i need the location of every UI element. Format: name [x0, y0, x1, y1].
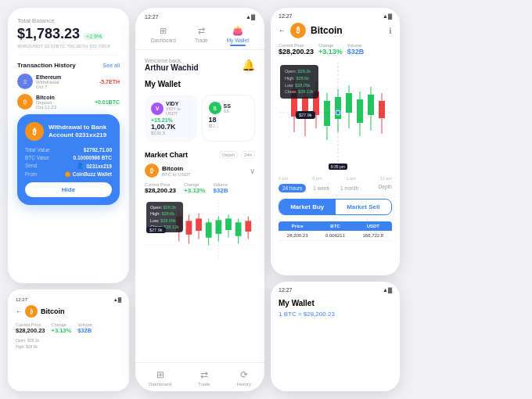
ss-widget[interactable]: S SS SS 18 $U... [202, 95, 256, 142]
wd-btc-label: BTC Value [25, 155, 49, 160]
svg-rect-39 [368, 95, 374, 115]
total-balance-value: $1,783.23 [17, 26, 80, 42]
wd-send-label: Send [25, 163, 37, 169]
p3-back-arrow[interactable]: ← [279, 27, 286, 34]
bnav-dashboard[interactable]: ⊞ Dashboard [149, 369, 171, 386]
p2-wallet-title: My Wallet [145, 80, 255, 88]
depth-btn[interactable]: Depth [219, 151, 238, 159]
p3-ohlc-high: High: $28.6k [285, 75, 314, 82]
p4-rate: 1 BTC = $28,200.23 [279, 311, 392, 318]
tab-24h[interactable]: 24 hours [279, 184, 306, 192]
wd-send-address: 0231xx219 [86, 164, 112, 169]
wd-btc-value: 0.10000986 BTC [73, 155, 112, 160]
vidy-change: +15.21% [151, 117, 191, 123]
th-btc: BTC [316, 221, 354, 231]
ss-sub: SS [224, 109, 231, 113]
bnav-trade[interactable]: ⇄ Trade [198, 369, 210, 386]
wd-from-label: From [25, 171, 37, 177]
chart-btc-icon: ₿ [145, 164, 159, 178]
vidy-name: VIDY [166, 101, 191, 106]
wd-total-value: $2792,71.00 [84, 147, 112, 153]
svg-rect-35 [346, 93, 352, 113]
tab-1m[interactable]: 1 month [336, 184, 363, 192]
tx-date-eth: Oct 7 [36, 84, 96, 89]
svg-rect-41 [379, 101, 385, 118]
svg-rect-8 [196, 218, 202, 231]
p3-ohlc-close: Close: $28.12k [285, 88, 314, 95]
wd-title: Withdrawal to Bank Account 0231xx219 [49, 124, 112, 140]
tab-1w[interactable]: 1 week [309, 184, 333, 192]
sub-balances: 99952USDT 32.01BTC 700.2ETH 100.700.8 [17, 44, 120, 49]
td-btc: 0.006211 [316, 231, 354, 240]
p3-ch-val: +3.13% [318, 48, 343, 56]
th-usdt: USDT [354, 221, 392, 231]
market-chart-title: Market Chart [145, 151, 188, 159]
hide-button[interactable]: Hide [25, 182, 112, 197]
p2-signal: ▲▓ [246, 14, 255, 20]
th-price: Price [279, 221, 316, 231]
p3-cp-val: $28,200.23 [279, 48, 314, 56]
chevron-down-icon[interactable]: ∨ [250, 167, 255, 175]
balance-change-badge: +2.9% [83, 33, 105, 40]
notification-icon[interactable]: 🔔 [242, 59, 255, 71]
crosshair-time-label: 9:35 pm [329, 164, 347, 170]
withdrawal-card: ₿ Withdrawal to Bank Account 0231xx219 T… [17, 114, 120, 205]
p3-ohlc-low: Low: $28.05k [285, 82, 314, 89]
mini-back-arrow[interactable]: ← [16, 308, 22, 315]
svg-rect-16 [235, 222, 242, 236]
dashboard-icon: ⊞ [160, 26, 167, 36]
market-buy-button[interactable]: Market Buy [279, 200, 336, 214]
price-tag: $27.9k [146, 227, 166, 233]
trade-icon: ⇄ [198, 26, 205, 36]
tx-amount-eth: -5.7ETH [99, 79, 120, 84]
bitcoin-detail-phone: 12:27 ▲▓ ← ₿ Bitcoin ℹ Current Price $28… [271, 8, 400, 275]
ss-name: SS [224, 103, 231, 109]
p2-time: 12:27 [145, 14, 159, 20]
p3-price-tag: $27.9k [296, 111, 315, 119]
p3-vol-val: $32B [347, 48, 365, 56]
nav-dashboard[interactable]: ⊞ Dashboard [151, 26, 176, 46]
active-indicator [230, 45, 246, 46]
chart-coin-name: Bitcoin [162, 165, 191, 172]
wd-btc-icon: ₿ [25, 122, 44, 141]
p2-vol-val: $32B [213, 187, 228, 194]
tx-amount-btc: +0.01BTC [95, 99, 120, 105]
tx-date-btc: Oct 11:23 [36, 105, 92, 110]
timeframe-btn[interactable]: 24h [241, 151, 255, 159]
time-label-1: 6 pm [279, 176, 288, 181]
nav-my-wallet[interactable]: 👛 My Wallet [227, 26, 249, 46]
time-label-4: 12 am [380, 176, 392, 181]
p4-wallet-title: My Wallet [279, 299, 392, 307]
bnav-history[interactable]: ⟳ History [236, 369, 251, 386]
btc-icon-tx: ₿ [17, 94, 33, 110]
see-all-link[interactable]: See all [103, 63, 120, 68]
large-chart: Open: $28.2k High: $28.6k Low: $28.05k C… [279, 62, 392, 171]
my-wallet-mini-card: 12:27 ▲▓ My Wallet 1 BTC = $28,200.23 [271, 282, 400, 391]
mini-btc-icon: ₿ [25, 305, 38, 318]
svg-rect-14 [225, 218, 232, 230]
market-sell-button[interactable]: Market Sell [336, 200, 392, 214]
p3-depth-btn[interactable]: Depth [379, 184, 392, 192]
td-price: 28,200.23 [279, 231, 316, 240]
ohlc-low: Low: $28.05k [150, 217, 179, 224]
vidy-usd: $131.5 [151, 131, 191, 135]
chart-coin-pair: BTC to USDT [162, 172, 191, 177]
main-wallet-phone: 12:27 ▲▓ ⊞ Dashboard ⇄ Trade 👛 My Wallet [135, 8, 264, 391]
info-icon[interactable]: ℹ [389, 27, 392, 35]
p4-time: 12:27 [279, 287, 293, 293]
table-row: 28,200.23 0.006211 166,722.8 [279, 231, 392, 241]
p3-btc-icon: ₿ [290, 23, 306, 38]
svg-rect-6 [186, 221, 192, 235]
mini-chart: Open: $28.2k High: $28.6k Low: $28.05k C… [145, 199, 255, 261]
time-label-2: 8 pm [312, 176, 322, 181]
svg-rect-37 [357, 99, 363, 123]
p3-ohlc-open: Open: $28.2k [285, 68, 314, 75]
ss-usd: $U... [209, 124, 249, 128]
vidy-sub: VIDY to USDT [166, 106, 191, 116]
p3-bitcoin-title: Bitcoin [311, 25, 384, 36]
mini-ohlc-open: Open: $28.2k [16, 337, 121, 343]
mini-signal: ▲▓ [113, 297, 121, 302]
nav-trade[interactable]: ⇄ Trade [195, 26, 208, 46]
p2-ch-val: +3.13% [184, 187, 205, 194]
vidy-widget[interactable]: V VIDY VIDY to USDT +15.21% 1,00.7K $131… [145, 95, 197, 142]
